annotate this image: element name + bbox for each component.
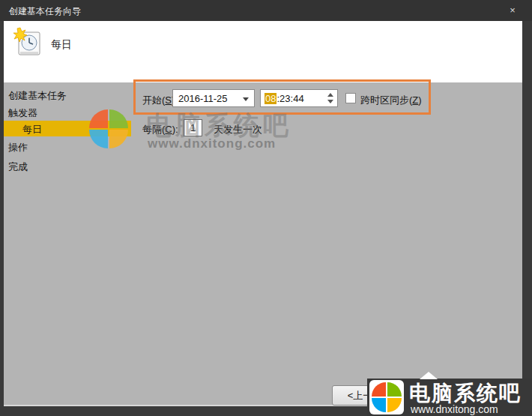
close-icon[interactable]: × [505, 4, 520, 17]
corner-watermark: 电脑系统吧 www.dnxitong.com [367, 379, 532, 416]
interval-label: 每隔(C): [142, 123, 178, 136]
sidebar-item-daily: 每日 [22, 123, 42, 136]
wizard-body: 创建基本任务 触发器 每日 操作 完成 开始(S): 2016-11-25 08… [4, 82, 522, 406]
wizard-header: 每日 [4, 21, 522, 82]
watermark-logo-card [369, 380, 404, 415]
chevron-down-icon[interactable] [243, 97, 249, 101]
spin-down-icon[interactable] [327, 100, 333, 103]
sidebar-item-create-task: 创建基本任务 [8, 89, 67, 103]
watermark-url: www.dnxitong.com [411, 403, 498, 415]
watermark-url: www.dnxitong.com [148, 136, 276, 151]
task-scheduler-icon [13, 27, 43, 58]
sidebar-item-finish: 完成 [8, 160, 28, 174]
sidebar-item-actions: 操作 [8, 141, 28, 154]
page-title: 每日 [51, 38, 72, 52]
start-date-value: 2016-11-25 [178, 93, 228, 104]
start-time-spinner[interactable]: 08:23:44 [260, 89, 338, 107]
window-title: 创建基本任务向导 [9, 5, 81, 18]
interval-days-input[interactable]: 1 [184, 119, 202, 136]
sidebar-item-triggers: 触发器 [8, 106, 37, 120]
spin-up-icon[interactable] [327, 93, 333, 97]
pinwheel-logo-icon [372, 382, 402, 412]
timezone-sync-checkbox[interactable] [345, 93, 356, 103]
timezone-sync-label: 跨时区同步(Z) [360, 94, 422, 107]
time-hours-selected[interactable]: 08 [265, 93, 276, 104]
start-date-picker[interactable]: 2016-11-25 [172, 89, 255, 107]
spinner-buttons[interactable] [326, 91, 335, 105]
time-rest[interactable]: :23:44 [276, 93, 303, 104]
watermark-notch-icon [420, 372, 438, 379]
titlebar: 创建基本任务向导 × [0, 0, 532, 21]
wizard-window: 创建基本任务向导 × 每日 创建基本任务 触发器 每日 操作 完成 开 [0, 0, 532, 416]
interval-after-label: 天发生一次 [214, 123, 262, 136]
